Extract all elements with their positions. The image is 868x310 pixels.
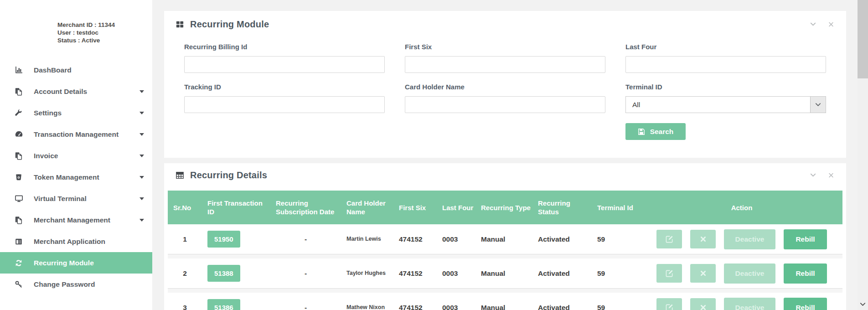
caret-down-icon: [140, 197, 144, 200]
column-header-last-four: Last Four: [437, 203, 475, 212]
page: Merchant ID : 11344 User : testdoc Statu…: [0, 0, 868, 310]
edit-button[interactable]: [656, 230, 682, 248]
recurring-module-card: Recurring Module Recurring Billing Id Fi…: [164, 11, 846, 158]
cell-terminal-id: 59: [592, 235, 641, 243]
form-field: Tracking ID: [184, 83, 385, 113]
close-icon[interactable]: [828, 21, 834, 27]
sidebar-item-invoice[interactable]: Invoice: [0, 145, 152, 166]
sidebar-item-token-management[interactable]: Token Management: [0, 166, 152, 188]
scroll-down-button[interactable]: [858, 298, 868, 310]
recurring-details-card: Recurring Details Sr.NoFirst Transaction…: [164, 163, 846, 310]
card-title: Recurring Module: [190, 19, 269, 30]
search-button[interactable]: Search: [625, 123, 686, 140]
deactive-button[interactable]: Deactive: [724, 298, 775, 310]
cell-first-transaction-id: 51950: [202, 231, 270, 248]
rebill-button[interactable]: Rebill: [784, 264, 827, 284]
sidebar-item-settings[interactable]: Settings: [0, 102, 152, 124]
cell-card-holder-name: Mathew Nixon: [341, 304, 387, 310]
cell-first-six: 474152: [393, 269, 437, 278]
cancel-x-button[interactable]: [690, 298, 716, 310]
cell-recurring-type: Manual: [475, 304, 532, 310]
gauge-icon: [13, 130, 24, 139]
tracking-id-input[interactable]: [184, 96, 385, 113]
sidebar-item-virtual-terminal[interactable]: Virtual Terminal: [0, 188, 152, 209]
deactive-button[interactable]: Deactive: [724, 264, 775, 284]
rebill-button[interactable]: Rebill: [784, 298, 827, 310]
key-icon: [13, 280, 24, 289]
sidebar: Merchant ID : 11344 User : testdoc Statu…: [0, 0, 152, 310]
column-header-terminal-id: Terminal Id: [592, 203, 641, 212]
cell-card-holder-name: Taylor Hughes: [341, 270, 387, 277]
collapse-chevron-icon[interactable]: [810, 172, 816, 179]
caret-down-icon: [140, 219, 144, 222]
refresh-icon: [13, 259, 24, 267]
transaction-id-button[interactable]: 51388: [207, 265, 240, 282]
card-holder-name-input[interactable]: [405, 96, 605, 113]
sidebar-item-transaction-management[interactable]: Transaction Management: [0, 124, 152, 145]
cancel-x-button[interactable]: [690, 230, 716, 248]
close-icon[interactable]: [828, 172, 834, 178]
bar-chart-icon: [13, 66, 24, 74]
edit-button[interactable]: [656, 298, 682, 310]
column-header-first-transaction-id: First Transaction ID: [202, 199, 270, 216]
sidebar-item-change-password[interactable]: Change Password: [0, 274, 152, 295]
files-icon: [13, 88, 24, 96]
form-field: Card Holder Name: [405, 83, 605, 113]
column-header-card-holder-name: Card Holder Name: [341, 199, 393, 216]
transaction-id-button[interactable]: 51386: [207, 299, 240, 310]
cell-action: DeactiveRebill: [641, 264, 842, 284]
cell-recurring-subscription-date: -: [270, 304, 341, 310]
cell-last-four: 0003: [437, 304, 475, 310]
form-field: Terminal ID All: [625, 83, 826, 113]
wrench-icon: [13, 109, 24, 117]
merchant-user-text: User : testdoc: [57, 29, 152, 36]
card-title: Recurring Details: [190, 170, 267, 181]
cell-first-transaction-id: 51386: [202, 299, 270, 310]
last-four-input[interactable]: [625, 56, 826, 73]
form-field: Recurring Billing Id: [184, 43, 385, 73]
grid-icon: [176, 20, 184, 29]
collapse-chevron-icon[interactable]: [810, 21, 816, 28]
table-icon: [176, 171, 184, 180]
recurring-billing-id-input[interactable]: [184, 56, 385, 73]
cell-recurring-subscription-date: -: [270, 269, 341, 278]
main-content: Recurring Module Recurring Billing Id Fi…: [152, 0, 858, 310]
cell-recurring-status: Activated: [532, 235, 592, 243]
recurring-details-table: Sr.NoFirst Transaction IDRecurring Subsc…: [168, 191, 842, 310]
recurring-details-card-header: Recurring Details: [164, 163, 846, 187]
field-label: First Six: [405, 43, 605, 51]
sidebar-item-merchant-management[interactable]: Merchant Management: [0, 209, 152, 231]
card-tools: [810, 21, 834, 28]
deactive-button[interactable]: Deactive: [724, 229, 775, 249]
merchant-info: Merchant ID : 11344 User : testdoc Statu…: [0, 0, 152, 44]
transaction-id-button[interactable]: 51950: [207, 231, 240, 248]
cell-card-holder-name: Martin Lewis: [341, 236, 387, 243]
field-label: Card Holder Name: [405, 83, 605, 91]
files-icon: [13, 152, 24, 160]
cell-first-six: 474152: [393, 235, 437, 243]
first-six-input[interactable]: [405, 56, 605, 73]
cancel-x-button[interactable]: [690, 264, 716, 283]
sidebar-item-recurring-module[interactable]: Recurring Module: [0, 252, 152, 274]
caret-down-icon: [140, 155, 144, 157]
cell-recurring-type: Manual: [475, 269, 532, 278]
cell-last-four: 0003: [437, 269, 475, 278]
cell-last-four: 0003: [437, 235, 475, 243]
sidebar-item-dashboard[interactable]: DashBoard: [0, 59, 152, 81]
scrollbar-thumb[interactable]: [858, 0, 868, 78]
search-button-label: Search: [650, 128, 674, 136]
terminal-id-select[interactable]: All: [625, 96, 826, 113]
column-header-action: Action: [641, 203, 842, 212]
table-body: 151950-Martin Lewis4741520003ManualActiv…: [168, 224, 842, 310]
cell-action: DeactiveRebill: [641, 298, 842, 310]
caret-down-icon: [140, 133, 144, 136]
sidebar-item-merchant-application[interactable]: Merchant Application: [0, 231, 152, 252]
sidebar-item-account-details[interactable]: Account Details: [0, 81, 152, 102]
column-header-srno: Sr.No: [168, 203, 202, 212]
field-label: Last Four: [625, 43, 826, 51]
merchant-id-text: Merchant ID : 11344: [57, 21, 152, 29]
edit-button[interactable]: [656, 264, 682, 283]
column-header-recurring-status: Recurring Status: [532, 199, 592, 216]
rebill-button[interactable]: Rebill: [784, 229, 827, 249]
cell-recurring-type: Manual: [475, 235, 532, 243]
